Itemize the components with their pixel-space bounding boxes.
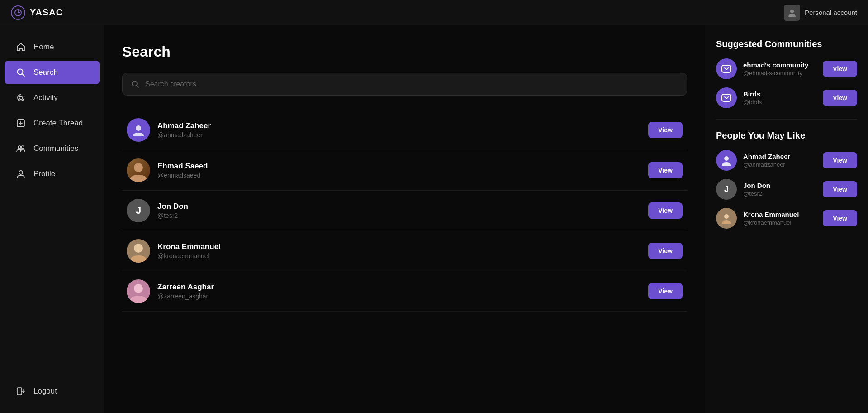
table-row: Ehmad Saeed @ehmadsaeed View [122, 150, 687, 191]
user-name: Ehmad Saeed [157, 162, 641, 171]
svg-point-7 [18, 146, 21, 149]
logo-icon [11, 5, 25, 20]
user-name: Ahmad Zaheer [157, 121, 641, 130]
user-info: Ehmad Saeed @ehmadsaeed [157, 162, 641, 179]
person-row: J Jon Don @tesr2 View [716, 179, 857, 200]
view-person-button[interactable]: View [823, 181, 857, 197]
people-you-may-like-title: People You May Like [716, 130, 857, 141]
main-layout: Home Search Activity [0, 25, 868, 413]
table-row: Krona Emmanuel @kronaemmanuel View [122, 231, 687, 271]
community-info: Krona Emmanuel @kronaemmanuel [743, 211, 816, 226]
sidebar-activity-label: Activity [33, 93, 58, 102]
community-info: Jon Don @tesr2 [743, 182, 816, 197]
svg-point-9 [19, 171, 23, 174]
sidebar-item-home[interactable]: Home [5, 35, 100, 59]
community-row: Birds @birds View [716, 87, 857, 108]
sidebar-communities-label: Communities [33, 144, 78, 153]
community-name: ehmad's community [743, 61, 816, 69]
view-user-button[interactable]: View [648, 283, 683, 299]
community-row: ehmad's community @ehmad-s-community Vie… [716, 58, 857, 79]
table-row: Ahmad Zaheer @ahmadzaheer View [122, 110, 687, 150]
logo-text: YASAC [30, 7, 63, 18]
view-user-button[interactable]: View [648, 243, 683, 259]
svg-point-16 [134, 284, 143, 293]
svg-rect-18 [722, 94, 731, 101]
communities-icon [15, 143, 26, 154]
search-icon [15, 67, 26, 78]
person-handle: @kronaemmanuel [743, 219, 816, 226]
person-handle: @ahmadzaheer [743, 161, 816, 168]
svg-point-15 [134, 244, 143, 253]
user-name: Jon Don [157, 202, 641, 211]
user-name: Krona Emmanuel [157, 242, 641, 251]
sidebar-item-communities[interactable]: Communities [5, 137, 100, 160]
sidebar-home-label: Home [33, 43, 54, 52]
panel-divider [716, 119, 857, 120]
table-row: J Jon Don @tesr2 View [122, 191, 687, 231]
svg-point-8 [21, 146, 24, 149]
avatar [127, 279, 150, 303]
search-bar-icon [131, 80, 140, 89]
community-info: ehmad's community @ehmad-s-community [743, 61, 816, 77]
sidebar-logout-label: Logout [33, 387, 57, 396]
user-info: Jon Don @tesr2 [157, 202, 641, 219]
user-list: Ahmad Zaheer @ahmadzaheer View Ehmad Sae… [122, 110, 687, 312]
view-person-button[interactable]: View [823, 210, 857, 226]
svg-point-19 [724, 156, 729, 161]
view-user-button[interactable]: View [648, 202, 683, 219]
svg-rect-10 [17, 388, 22, 395]
svg-point-13 [136, 125, 141, 131]
person-row: Krona Emmanuel @kronaemmanuel View [716, 208, 857, 229]
sidebar-item-logout[interactable]: Logout [5, 379, 100, 403]
sidebar-item-create-thread[interactable]: Create Thread [5, 111, 100, 135]
community-avatar [716, 58, 737, 79]
logout-icon [15, 386, 26, 397]
account-label: Personal account [805, 9, 857, 16]
person-name: Jon Don [743, 182, 816, 189]
sidebar-item-activity[interactable]: Activity [5, 86, 100, 110]
logo: YASAC [11, 5, 63, 20]
avatar: J [716, 179, 737, 200]
center-content: Search Ahmad Zaheer [104, 25, 705, 413]
user-handle: @zarreen_asghar [157, 293, 641, 300]
search-input[interactable] [145, 80, 678, 88]
suggested-communities-title: Suggested Communities [716, 39, 857, 49]
community-handle: @ehmad-s-community [743, 70, 816, 77]
user-name: Zarreen Asghar [157, 283, 641, 292]
community-name: Birds [743, 90, 816, 98]
sidebar-search-label: Search [33, 68, 58, 77]
home-icon [15, 42, 26, 53]
user-handle: @ahmadzaheer [157, 131, 641, 139]
person-name: Krona Emmanuel [743, 211, 816, 218]
svg-point-1 [790, 10, 794, 13]
svg-line-12 [137, 86, 139, 88]
avatar: J [127, 199, 150, 222]
user-info: Krona Emmanuel @kronaemmanuel [157, 242, 641, 259]
community-info: Ahmad Zaheer @ahmadzaheer [743, 153, 816, 168]
page-title: Search [122, 43, 687, 60]
account-button[interactable]: Personal account [784, 5, 857, 21]
avatar [127, 118, 150, 142]
activity-icon [15, 92, 26, 103]
view-user-button[interactable]: View [648, 162, 683, 178]
person-handle: @tesr2 [743, 190, 816, 197]
user-handle: @ehmadsaeed [157, 172, 641, 179]
user-handle: @tesr2 [157, 212, 641, 219]
view-user-button[interactable]: View [648, 122, 683, 138]
avatar [127, 158, 150, 182]
sidebar-item-profile[interactable]: Profile [5, 162, 100, 186]
right-panel: Suggested Communities ehmad's community … [705, 25, 868, 413]
community-handle: @birds [743, 99, 816, 106]
svg-rect-17 [722, 65, 731, 72]
sidebar-item-search[interactable]: Search [5, 61, 100, 84]
svg-point-14 [134, 163, 143, 172]
view-community-button[interactable]: View [823, 90, 857, 106]
user-handle: @kronaemmanuel [157, 252, 641, 259]
search-bar [122, 73, 687, 96]
community-avatar [716, 87, 737, 108]
person-row: Ahmad Zaheer @ahmadzaheer View [716, 150, 857, 171]
view-community-button[interactable]: View [823, 61, 857, 77]
view-person-button[interactable]: View [823, 152, 857, 168]
avatar [716, 150, 737, 171]
user-info: Zarreen Asghar @zarreen_asghar [157, 283, 641, 300]
